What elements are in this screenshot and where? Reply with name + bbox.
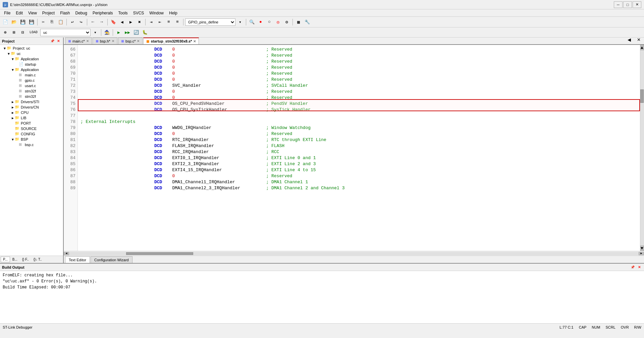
cut-button[interactable]: ✂	[39, 18, 47, 26]
tree-stm322[interactable]: ⊞ stm32f	[0, 94, 63, 99]
panel-tab-t[interactable]: {}↓ T..	[31, 257, 44, 262]
lines2-button[interactable]: ≡	[173, 18, 181, 26]
menu-project[interactable]: Project	[40, 10, 57, 16]
new-file-button[interactable]: 📄	[1, 18, 9, 26]
tree-driverssti[interactable]: ► 📁 Drivers/STI	[0, 99, 63, 105]
step-button[interactable]: ◎	[274, 18, 282, 26]
tree-source[interactable]: 📁 SOURCE	[0, 126, 63, 131]
code-content[interactable]: DCD0; ReservedDCD0; ReservedDCD0; Reserv…	[78, 45, 640, 251]
scroll-right-btn[interactable]: ►	[639, 252, 644, 255]
dropdown-btn[interactable]: ▾	[236, 18, 244, 26]
menu-tools[interactable]: Tools	[116, 10, 130, 16]
open-button[interactable]: 📂	[10, 18, 18, 26]
tab-config-wizard[interactable]: Configuration Wizard	[91, 256, 132, 263]
minimize-button[interactable]: ─	[614, 1, 623, 8]
menu-help[interactable]: Help	[166, 10, 180, 16]
copy-button[interactable]: ⎘	[48, 18, 56, 26]
panel-close-button[interactable]: ✕	[56, 39, 61, 44]
menu-svcs[interactable]: SVCS	[130, 10, 147, 16]
menu-view[interactable]: View	[25, 10, 40, 16]
panel-tab-p[interactable]: P...	[1, 257, 10, 262]
tree-port[interactable]: 📁 PORT	[0, 121, 63, 126]
target-btn1[interactable]: ⊕	[1, 28, 9, 37]
output-close-button[interactable]: ✕	[637, 265, 642, 270]
horizontal-scrollbar[interactable]: ◄ ►	[64, 251, 644, 256]
close-button[interactable]: ✕	[633, 1, 641, 8]
scroll-up-btn[interactable]: ▲	[640, 45, 644, 50]
indent-button[interactable]: ⇥	[147, 18, 155, 26]
unindent-button[interactable]: ⇤	[156, 18, 164, 26]
save-button[interactable]: 💾	[19, 18, 27, 26]
clean-btn[interactable]: 🔄	[132, 28, 140, 37]
output-pin-button[interactable]: 📌	[630, 265, 635, 270]
lines-button[interactable]: ≡	[165, 18, 173, 26]
tree-gpioc[interactable]: ⊞ gpio.c	[0, 78, 63, 83]
tab-mainc[interactable]: ◼ main.c* ✕	[65, 38, 92, 44]
debug-start-btn[interactable]: 🐛	[141, 28, 149, 37]
tree-mainc[interactable]: ⊞ main.c	[0, 72, 63, 78]
scroll-thumb-h[interactable]	[126, 252, 193, 255]
tab-bsph[interactable]: ◼ bsp.h* ✕	[93, 38, 117, 44]
tree-bsp[interactable]: ▼ 📁 BSP	[0, 137, 63, 142]
options-button[interactable]: ⚙	[283, 18, 291, 26]
tab-mainc-close[interactable]: ✕	[86, 39, 89, 43]
tree-project-root[interactable]: ▼ 📁 Project: uc	[0, 46, 63, 51]
panel-tab-b[interactable]: B...	[10, 257, 20, 262]
tree-startup[interactable]: 📄 startup	[0, 62, 63, 67]
menu-edit[interactable]: Edit	[13, 10, 25, 16]
tree-usartc[interactable]: ⊞ usart.c	[0, 83, 63, 88]
tree-config[interactable]: 📁 CONFIG	[0, 131, 63, 137]
target-btn2[interactable]: ⊞	[10, 28, 18, 37]
tab-close-all[interactable]: ✕	[635, 38, 643, 44]
target-btn4[interactable]: LOAD	[28, 28, 40, 37]
maximize-button[interactable]: □	[623, 1, 632, 8]
layout-button[interactable]: ▦	[294, 18, 303, 26]
tree-app2[interactable]: ▼ 📁 Application	[0, 67, 63, 72]
build-btn[interactable]: ▶	[115, 28, 123, 37]
target-dropdown[interactable]: uc	[40, 29, 91, 36]
tree-lib[interactable]: ► 📁 LIB	[0, 115, 63, 121]
tree-bspc[interactable]: ⊞ bsp.c	[0, 142, 63, 147]
scroll-down-btn[interactable]: ▼	[640, 246, 644, 251]
tab-bspc-close[interactable]: ✕	[137, 39, 140, 43]
settings-button[interactable]: 🔧	[303, 18, 311, 26]
tab-text-editor[interactable]: Text Editor	[65, 256, 90, 263]
run-button[interactable]: ●	[257, 18, 265, 26]
bookmark-prev-button[interactable]: ◀	[118, 18, 126, 26]
menu-window[interactable]: Window	[147, 10, 166, 16]
vertical-scrollbar[interactable]: ▲ ▼	[640, 45, 644, 251]
tree-cpu[interactable]: ► 📁 CPU	[0, 110, 63, 115]
tree-app1[interactable]: ▼ 📁 Application	[0, 56, 63, 62]
scroll-left-btn[interactable]: ◄	[64, 252, 69, 255]
undo-button[interactable]: ↩	[68, 18, 76, 26]
nav-back-button[interactable]: ←	[89, 18, 97, 26]
target-dd-btn[interactable]: ▾	[91, 28, 99, 37]
bookmark-clear-button[interactable]: ✖	[136, 18, 144, 26]
menu-flash[interactable]: Flash	[57, 10, 72, 16]
wizard-btn[interactable]: 🧙	[103, 28, 111, 37]
redo-button[interactable]: ↪	[77, 18, 85, 26]
tab-startup-close[interactable]: ✕	[193, 40, 196, 43]
tab-scroll-left[interactable]: ◀	[625, 38, 633, 44]
tab-bsph-close[interactable]: ✕	[112, 39, 114, 43]
paste-button[interactable]: 📋	[57, 18, 65, 26]
tree-driverscn[interactable]: ► 📁 Drivers/CN	[0, 105, 63, 110]
target-btn3[interactable]: ⊟	[19, 28, 27, 37]
panel-tab-f[interactable]: {} F..	[20, 257, 31, 262]
nav-fwd-button[interactable]: →	[98, 18, 106, 26]
scroll-thumb-v[interactable]	[640, 89, 644, 103]
build2-btn[interactable]: ▶▶	[123, 28, 131, 37]
menu-debug[interactable]: Debug	[73, 10, 90, 16]
bookmark-button[interactable]: 🔖	[109, 18, 117, 26]
find-button[interactable]: 🔍	[248, 18, 256, 26]
bookmark-next-button[interactable]: ▶	[127, 18, 135, 26]
tree-stm321[interactable]: ⊞ stm32f	[0, 88, 63, 94]
tab-startup[interactable]: ◼ startup_stm32f030x8.s* ✕	[143, 38, 199, 44]
function-dropdown[interactable]: GPIO_pins_define	[185, 18, 235, 26]
menu-peripherals[interactable]: Peripherals	[90, 10, 116, 16]
panel-pin-button[interactable]: 📌	[50, 39, 55, 44]
tab-bspc[interactable]: ◼ bsp.c* ✕	[118, 38, 143, 44]
tree-uc[interactable]: ▼ 📁 uc	[0, 51, 63, 56]
stop-button[interactable]: ○	[265, 18, 273, 26]
menu-file[interactable]: File	[1, 10, 13, 16]
